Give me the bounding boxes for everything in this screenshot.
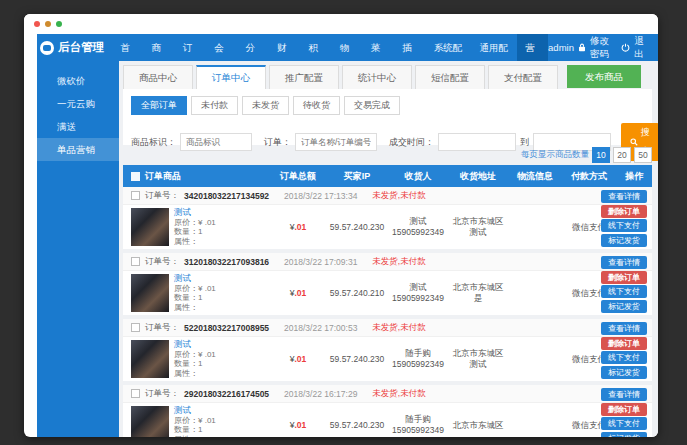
nav-item[interactable]: 物流: [331, 34, 362, 61]
product-attr: 属性：: [174, 303, 216, 313]
order-block: 订单号： 292018032216174505 2018/3/22 16:17:…: [123, 385, 652, 437]
order-total-cell: ¥.01: [271, 420, 325, 431]
mark-shipped-button[interactable]: 标记发货: [601, 234, 647, 247]
order-actions: 查看详情 删除订单 线下支付 标记发货: [601, 322, 647, 379]
order-no-label: 订单号：: [145, 256, 179, 268]
product-name-link[interactable]: 测试: [174, 207, 191, 217]
nav-item[interactable]: 会员: [206, 34, 237, 61]
module-tab[interactable]: 支付配置: [488, 65, 558, 89]
view-detail-button[interactable]: 查看详情: [601, 322, 647, 335]
date-from-input[interactable]: [438, 133, 516, 151]
receiver-cell: 随手购 15905992349: [389, 348, 447, 370]
page-size-option[interactable]: 10: [592, 147, 610, 163]
change-password-link[interactable]: 修改密码: [590, 35, 617, 61]
close-window-icon[interactable]: [34, 21, 40, 27]
product-name-link[interactable]: 测试: [174, 405, 191, 415]
minimize-window-icon[interactable]: [45, 21, 51, 27]
mark-shipped-button[interactable]: 标记发货: [601, 432, 647, 438]
module-tab[interactable]: 订单中心: [196, 65, 266, 89]
offline-pay-button[interactable]: 线下支付: [601, 219, 647, 232]
nav-item[interactable]: 积分: [300, 34, 331, 61]
filter-panel: 全部订单 未付款 未发货 待收货 交易完成 商品标识：: [123, 89, 652, 145]
product-cell: 测试 原价：¥ .01 数量：1 属性：: [123, 274, 271, 312]
module-tab[interactable]: 统计中心: [342, 65, 412, 89]
offline-pay-button[interactable]: 线下支付: [601, 285, 647, 298]
order-status-tab[interactable]: 未付款: [191, 96, 238, 115]
order-no-label: 订单号：: [145, 322, 179, 334]
order-no-input[interactable]: [295, 133, 377, 151]
order-actions: 查看详情 删除订单 线下支付 标记发货: [601, 256, 647, 313]
view-detail-button[interactable]: 查看详情: [601, 190, 647, 203]
page-size-option[interactable]: 50: [634, 147, 652, 163]
offline-pay-button[interactable]: 线下支付: [601, 417, 647, 430]
view-detail-button[interactable]: 查看详情: [601, 256, 647, 269]
order-checkbox[interactable]: [131, 323, 140, 332]
nav-item[interactable]: 插件: [394, 34, 425, 61]
page-size-option[interactable]: 20: [613, 147, 631, 163]
view-detail-button[interactable]: 查看详情: [601, 388, 647, 401]
buyer-ip-cell: 59.57.240.230: [325, 222, 389, 233]
maximize-window-icon[interactable]: [56, 21, 62, 27]
order-total-cell: ¥.01: [271, 222, 325, 233]
order-body: 测试 原价：¥ .01 数量：1 属性： ¥.01: [123, 271, 652, 315]
product-filter-label: 商品标识：: [131, 136, 176, 149]
nav-item[interactable]: 商品: [143, 34, 174, 61]
order-number: 312018032217093816: [184, 257, 269, 267]
nav-item[interactable]: 通用配置: [471, 34, 517, 61]
order-status-tab[interactable]: 未发货: [242, 96, 289, 115]
product-image: [131, 340, 169, 378]
logout-link[interactable]: 退出: [634, 35, 648, 61]
sidebar-item[interactable]: 一元云购: [37, 92, 119, 115]
product-id-input[interactable]: [180, 133, 252, 151]
product-name-link[interactable]: 测试: [174, 339, 191, 349]
address-cell: 北京市东城区 是: [447, 282, 509, 304]
nav-item[interactable]: 营销: [517, 34, 548, 61]
address-cell: 北京市东城区 测试: [447, 216, 509, 238]
product-price: 原价：¥ .01: [174, 416, 216, 426]
nav-item[interactable]: 首页: [112, 34, 143, 61]
orders-table-header: 订单商品 订单总额 买家IP 收货人 收货地址 物流信息 付款方式 操作: [123, 165, 652, 187]
product-attr: 属性：: [174, 237, 216, 247]
nav-item[interactable]: 订单: [174, 34, 205, 61]
order-status-tab[interactable]: 待收货: [293, 96, 340, 115]
order-datetime: 2018/3/22 17:13:34: [284, 191, 357, 201]
sidebar-item[interactable]: 微砍价: [37, 69, 119, 92]
sidebar-item[interactable]: 单品营销: [37, 138, 119, 161]
product-attr: 属性：: [174, 435, 216, 438]
nav-item[interactable]: 系统配置: [425, 34, 471, 61]
module-tab[interactable]: 短信配置: [415, 65, 485, 89]
order-status-tab[interactable]: 交易完成: [344, 96, 400, 115]
delete-order-button[interactable]: 删除订单: [601, 337, 647, 350]
delete-order-button[interactable]: 删除订单: [601, 271, 647, 284]
order-status: 未发货,未付款: [372, 190, 425, 202]
order-body: 测试 原价：¥ .01 数量：1 属性： ¥.01: [123, 337, 652, 381]
col-address: 收货地址: [447, 170, 509, 183]
order-checkbox[interactable]: [131, 389, 140, 398]
sidebar-item[interactable]: 满送: [37, 115, 119, 138]
offline-pay-button[interactable]: 线下支付: [601, 351, 647, 364]
mark-shipped-button[interactable]: 标记发货: [601, 300, 647, 313]
user-box: admin 修改密码 退出: [548, 34, 658, 61]
select-all-checkbox[interactable]: [131, 172, 140, 181]
browser-window: 后台管理 首页 商品 订单 会员 分销 财务: [24, 14, 658, 437]
sidebar: 微砍价 一元云购 满送 单品营销: [37, 61, 119, 437]
nav-item[interactable]: 分销: [237, 34, 268, 61]
main-nav: 首页 商品 订单 会员 分销 财务 积分 物流: [112, 34, 548, 61]
module-tab[interactable]: 商品中心: [123, 65, 193, 89]
order-status-tab[interactable]: 全部订单: [131, 96, 187, 115]
order-actions: 查看详情 删除订单 线下支付 标记发货: [601, 388, 647, 437]
product-name-link[interactable]: 测试: [174, 273, 191, 283]
order-block: 订单号： 342018032217134592 2018/3/22 17:13:…: [123, 187, 652, 249]
publish-product-button[interactable]: 发布商品: [567, 65, 641, 88]
order-datetime: 2018/3/22 17:09:31: [284, 257, 357, 267]
delete-order-button[interactable]: 删除订单: [601, 403, 647, 416]
order-checkbox[interactable]: [131, 191, 140, 200]
nav-item[interactable]: 菜单: [363, 34, 394, 61]
receiver-cell: 测试 15905992349: [389, 216, 447, 238]
order-checkbox[interactable]: [131, 257, 140, 266]
delete-order-button[interactable]: 删除订单: [601, 205, 647, 218]
main-content: 商品中心 订单中心 推广配置 统计中心 短信配置 支付配置: [119, 61, 658, 437]
module-tab[interactable]: 推广配置: [269, 65, 339, 89]
nav-item[interactable]: 财务: [269, 34, 300, 61]
mark-shipped-button[interactable]: 标记发货: [601, 366, 647, 379]
